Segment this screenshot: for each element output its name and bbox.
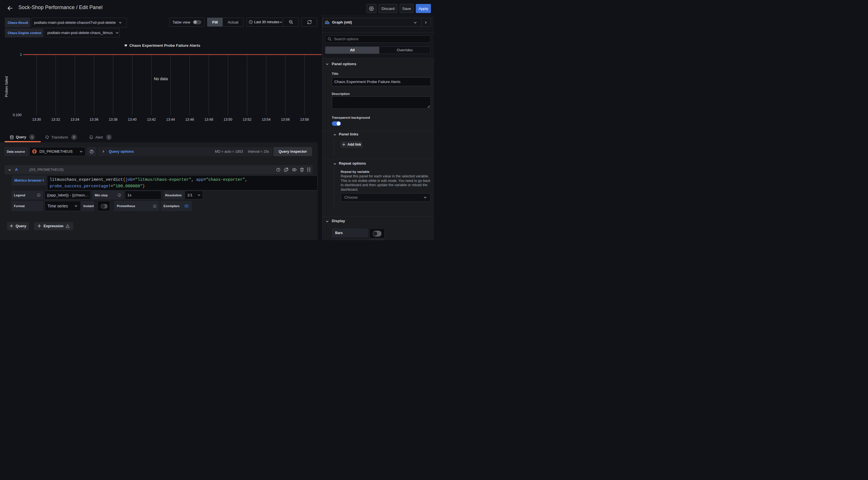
svg-text:13:44: 13:44: [166, 117, 175, 122]
svg-text:0.100: 0.100: [13, 113, 22, 117]
svg-text:No data: No data: [154, 76, 168, 81]
svg-text:13:58: 13:58: [300, 117, 309, 122]
svg-text:13:40: 13:40: [128, 117, 137, 122]
svg-text:13:48: 13:48: [205, 117, 213, 122]
svg-text:13:54: 13:54: [262, 117, 271, 122]
svg-text:13:42: 13:42: [147, 117, 156, 122]
svg-text:Probes failed: Probes failed: [4, 76, 8, 97]
svg-text:13:46: 13:46: [185, 117, 194, 122]
svg-text:13:52: 13:52: [243, 117, 252, 122]
svg-text:13:30: 13:30: [32, 117, 41, 122]
svg-text:13:34: 13:34: [71, 117, 80, 122]
svg-text:13:36: 13:36: [90, 117, 98, 122]
svg-text:13:32: 13:32: [51, 117, 60, 122]
svg-text:13:50: 13:50: [223, 117, 232, 122]
svg-text:13:38: 13:38: [108, 117, 118, 122]
svg-text:1: 1: [20, 53, 22, 57]
svg-text:13:56: 13:56: [281, 117, 290, 122]
